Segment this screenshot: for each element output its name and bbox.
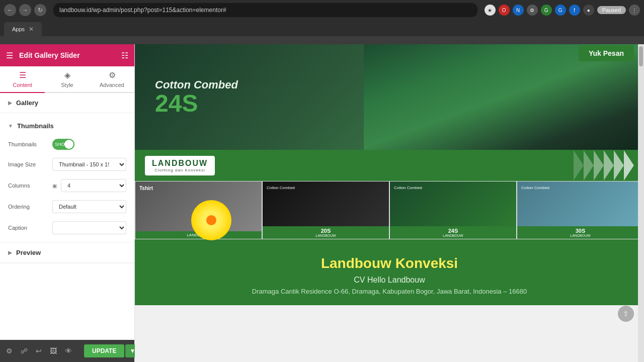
image-size-label: Image Size [8, 161, 48, 167]
caption-label: Caption [8, 225, 48, 231]
facebook-icon[interactable]: f [569, 5, 580, 16]
arrow-decorations [574, 150, 634, 180]
scroll-thumb [639, 46, 643, 66]
tabs-bar: Apps ✕ [0, 20, 644, 36]
image-size-select[interactable]: Thumbnail - 150 x 1! [52, 158, 126, 171]
preview-chevron-icon: ▶ [8, 250, 12, 255]
thumbnails-header[interactable]: ▼ Thumbnails [0, 117, 134, 135]
browser-icons: ★ O N ⚙ G G f ● Paused ⋮ [485, 5, 640, 16]
logo-sub-text: Clothing dan Konveksi [154, 168, 205, 172]
yuk-pesan-button[interactable]: Yuk Pesan [579, 45, 634, 61]
paused-button[interactable]: Paused [597, 6, 626, 14]
sidebar-content: ▶ Gallery ▼ Thumbnails Thumbnails SHOW [0, 93, 134, 340]
scroll-up-button[interactable]: ⇧ [618, 306, 634, 322]
toggle-show-label: SHOW [55, 142, 69, 147]
active-tab[interactable]: Apps ✕ [4, 22, 42, 36]
thumb-1-content: Tshirt [135, 182, 262, 195]
menu-dots-icon[interactable]: ⋮ [629, 5, 640, 16]
thumb-2-brand: LANDBOUW [264, 234, 387, 237]
thumb-3-title: Cotton Combed [394, 186, 512, 190]
arrow-2 [584, 150, 594, 180]
thumb-4-price: 30S [576, 228, 586, 234]
tab-advanced[interactable]: ⚙ Advanced [90, 66, 134, 93]
extension-icon5[interactable]: ● [583, 5, 594, 16]
columns-select[interactable]: 4 [61, 179, 126, 192]
browser-top-bar: ← → ↻ landbouw.id/wp-admin/post.php?post… [0, 0, 644, 20]
arrow-4 [604, 150, 614, 180]
hamburger-icon[interactable]: ☰ [6, 51, 13, 60]
extension-icon1[interactable]: N [513, 5, 524, 16]
update-button[interactable]: UPDATE [84, 344, 124, 357]
columns-row: Columns ▣ 4 [0, 175, 134, 196]
green-bar: LANDBOUW Clothing dan Konveksi [135, 150, 644, 181]
logo-area: LANDBOUW Clothing dan Konveksi [145, 156, 215, 175]
eye-footer-icon[interactable]: 👁 [65, 347, 72, 355]
address-bar[interactable]: landbouw.id/wp-admin/post.php?post=115&a… [53, 3, 477, 17]
thumbnail-2[interactable]: Cotton Combed 20S LANDBOUW [262, 181, 389, 239]
preview-section-label: Preview [16, 249, 41, 256]
thumbnails-grid: Tshirt LANDBOUW Cotton Combed 20S LANDBO… [135, 181, 644, 239]
preview-section-header[interactable]: ▶ Preview [0, 243, 134, 263]
preview-section: ▶ Preview [0, 243, 134, 263]
bookmark-icon[interactable]: ★ [485, 5, 496, 16]
image-size-row: Image Size Thumbnail - 150 x 1! [0, 154, 134, 175]
browser-chrome: ← → ↻ landbouw.id/wp-admin/post.php?post… [0, 0, 644, 44]
yuk-pesan-area: Yuk Pesan [579, 45, 634, 61]
footer-actions: UPDATE ▼ [80, 344, 139, 357]
thumb-3-content: Cotton Combed [390, 182, 516, 194]
content-tab-icon: ☰ [19, 70, 26, 80]
extension-icon2[interactable]: ⚙ [527, 5, 538, 16]
thumbnails-toggle[interactable]: SHOW [52, 139, 74, 150]
forward-button[interactable]: → [19, 4, 31, 16]
grid-icon[interactable]: ☷ [121, 51, 128, 60]
footer-address: Dramaga Cantik Residence O-66, Dramaga, … [145, 288, 634, 295]
ordering-label: Ordering [8, 204, 48, 210]
size-text: 24S [155, 92, 238, 116]
gallery-chevron-icon: ▶ [8, 100, 12, 106]
thumb-3-price: 24S [448, 228, 458, 234]
undo-footer-icon[interactable]: ↩ [36, 347, 42, 355]
thumb-2-content: Cotton Combed [263, 182, 389, 194]
refresh-button[interactable]: ↻ [34, 4, 46, 16]
tab-content[interactable]: ☰ Content [0, 66, 45, 93]
thumb-2-footer: 20S LANDBOUW [263, 226, 389, 239]
opera-icon[interactable]: O [499, 5, 510, 16]
right-scrollbar[interactable] [638, 44, 644, 362]
extension-icon4[interactable]: G [555, 5, 566, 16]
ordering-row: Ordering Default [0, 196, 134, 217]
thumbnails-toggle-row: Thumbnails SHOW [0, 135, 134, 154]
main-layout: ☰ Edit Gallery Slider ☷ ☰ Content ◈ Styl… [0, 44, 644, 362]
advanced-tab-label: Advanced [100, 82, 124, 88]
sidebar: ☰ Edit Gallery Slider ☷ ☰ Content ◈ Styl… [0, 44, 135, 362]
canvas-area: Cotton Combed 24S LANDBOUW Clothing dan … [135, 44, 644, 239]
arrow-3 [594, 150, 604, 180]
thumb-1-footer: LANDBOUW [135, 231, 262, 239]
layers-footer-icon[interactable]: ☍ [21, 347, 28, 355]
desktop-footer-icon[interactable]: 🖼 [50, 347, 57, 355]
tab-close-icon[interactable]: ✕ [29, 26, 34, 33]
settings-footer-icon[interactable]: ⚙ [6, 347, 13, 355]
thumb-2-title: Cotton Combed [267, 186, 385, 190]
thumb-1-title: Tshirt [139, 186, 258, 191]
extension-icon3[interactable]: G [541, 5, 552, 16]
sidebar-footer: ⚙ ☍ ↩ 🖼 👁 UPDATE ▼ [0, 340, 134, 362]
gallery-section-label: Gallery [16, 99, 38, 107]
columns-responsive-icon: ▣ [52, 183, 57, 189]
slider-text-overlay: Cotton Combed 24S [155, 78, 238, 116]
gallery-section-header[interactable]: ▶ Gallery [0, 93, 134, 113]
ordering-select[interactable]: Default [52, 200, 126, 213]
logo-brand-text: LANDBOUW [152, 159, 208, 168]
thumbnail-3[interactable]: Cotton Combed 24S LANDBOUW [389, 181, 517, 239]
caption-control [52, 221, 126, 234]
footer-green-section: Landbouw Konveksi CV Hello Landbouw Dram… [135, 239, 644, 305]
back-button[interactable]: ← [4, 4, 16, 16]
content-tab-label: Content [13, 82, 32, 88]
tab-style[interactable]: ◈ Style [45, 66, 90, 93]
thumbnail-1[interactable]: Tshirt LANDBOUW [135, 181, 262, 239]
thumb-4-footer: 30S LANDBOUW [517, 226, 643, 239]
sidebar-tabs: ☰ Content ◈ Style ⚙ Advanced [0, 66, 134, 93]
arrow-6 [624, 150, 634, 180]
thumbnail-4[interactable]: Cotton Combed 30S LANDBOUW [517, 181, 644, 239]
caption-select[interactable] [52, 221, 126, 234]
columns-label: Columns [8, 183, 48, 189]
